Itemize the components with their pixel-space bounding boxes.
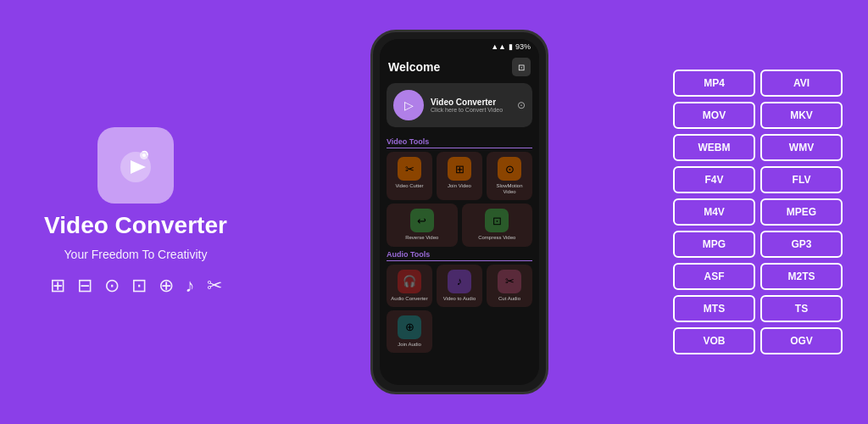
- battery-icon: ▮: [509, 42, 513, 51]
- feature-icons-row: ⊞ ⊟ ⊙ ⊡ ⊕ ♪ ✂: [50, 275, 222, 297]
- slow-motion-icon: ⊙: [498, 157, 521, 181]
- format-button-m2ts[interactable]: M2TS: [760, 263, 843, 290]
- screen-content: Video Tools ✂ Video Cutter ⊞ Join Video …: [380, 131, 539, 385]
- slow-motion-label: SlowMotion Video: [490, 183, 529, 195]
- phone-section: ▲▲ ▮ 93% Welcome ⊡ ▷ Video Converter Cli…: [246, 30, 673, 394]
- status-bar: ▲▲ ▮ 93%: [380, 39, 539, 54]
- phone-header-title: Welcome: [388, 60, 440, 74]
- video-tool-icon-3: ⊙: [104, 275, 120, 297]
- format-button-mpeg[interactable]: MPEG: [760, 198, 843, 226]
- vc-card[interactable]: ▷ Video Converter Click here to Convert …: [387, 83, 532, 127]
- app-title: Video Converter: [44, 212, 227, 239]
- left-section: Video Converter Your Freedom To Creativi…: [25, 127, 246, 297]
- format-button-f4v[interactable]: F4V: [673, 166, 755, 193]
- video-to-audio-label: Video to Audio: [443, 296, 476, 302]
- tool-compress-video[interactable]: ⊡ Compress Video: [462, 204, 533, 246]
- audio-tools-row1: 🎧 Audio Converter ♪ Video to Audio ✂ Cut…: [387, 265, 532, 307]
- format-button-webm[interactable]: WEBM: [673, 134, 755, 161]
- cut-tool-icon: ✂: [207, 275, 222, 297]
- format-button-flv[interactable]: FLV: [760, 166, 843, 193]
- video-tool-icon-2: ⊟: [77, 275, 92, 297]
- vc-card-title: Video Converter: [431, 98, 510, 107]
- phone-frame: ▲▲ ▮ 93% Welcome ⊡ ▷ Video Converter Cli…: [370, 30, 548, 394]
- compress-video-icon: ⊡: [485, 209, 509, 232]
- phone-screen: ▲▲ ▮ 93% Welcome ⊡ ▷ Video Converter Cli…: [380, 39, 539, 385]
- format-button-avi[interactable]: AVI: [760, 70, 843, 97]
- video-cutter-label: Video Cutter: [395, 183, 423, 189]
- audio-converter-label: Audio Converter: [391, 296, 427, 302]
- format-buttons-grid: MP4AVIMOVMKVWEBMWMVF4VFLVM4VMPEGMPGGP3AS…: [673, 70, 843, 354]
- format-button-mp4[interactable]: MP4: [673, 70, 755, 97]
- format-button-mpg[interactable]: MPG: [673, 231, 755, 258]
- wifi-icon: ▲▲: [491, 42, 506, 51]
- format-button-mkv[interactable]: MKV: [760, 102, 843, 129]
- vc-card-arrow: ⊙: [517, 99, 526, 111]
- vc-icon-symbol: ▷: [404, 98, 414, 112]
- format-button-wmv[interactable]: WMV: [760, 134, 843, 161]
- video-tool-icon-4: ⊡: [131, 275, 147, 297]
- audio-tools-row2: ⊕ Join Audio: [387, 310, 532, 353]
- audio-tools-section-title: Audio Tools: [387, 250, 532, 261]
- video-tools-row1: ✂ Video Cutter ⊞ Join Video ⊙ SlowMotion…: [387, 152, 532, 200]
- video-tool-icon-5: ⊕: [159, 275, 174, 297]
- tool-video-to-audio[interactable]: ♪ Video to Audio: [437, 265, 482, 307]
- join-video-label: Join Video: [448, 183, 471, 189]
- format-button-ts[interactable]: TS: [760, 295, 843, 322]
- format-button-mts[interactable]: MTS: [673, 295, 755, 322]
- video-tools-section-title: Video Tools: [387, 137, 532, 148]
- cut-audio-label: Cut Audio: [498, 296, 520, 302]
- battery-percent: 93%: [515, 42, 531, 51]
- app-subtitle: Your Freedom To Creativity: [64, 248, 208, 261]
- audio-tool-icon: ♪: [186, 275, 195, 297]
- format-button-asf[interactable]: ASF: [673, 263, 755, 290]
- video-cutter-icon: ✂: [398, 157, 421, 181]
- format-button-gp3[interactable]: GP3: [760, 231, 843, 258]
- vc-card-subtitle: Click here to Convert Video: [431, 107, 510, 113]
- compress-video-label: Compress Video: [478, 235, 515, 241]
- tool-slow-motion[interactable]: ⊙ SlowMotion Video: [487, 152, 532, 200]
- svg-point-3: [142, 153, 146, 157]
- tool-cut-audio[interactable]: ✂ Cut Audio: [487, 265, 532, 307]
- header-action-button[interactable]: ⊡: [512, 58, 531, 76]
- tool-video-cutter[interactable]: ✂ Video Cutter: [387, 152, 432, 200]
- format-button-vob[interactable]: VOB: [673, 327, 755, 354]
- reverse-video-icon: ↩: [410, 209, 434, 232]
- reverse-video-label: Reverse Video: [405, 235, 438, 241]
- header-icon-symbol: ⊡: [518, 63, 525, 72]
- tool-join-video[interactable]: ⊞ Join Video: [437, 152, 482, 200]
- cut-audio-icon: ✂: [498, 270, 521, 293]
- video-tools-row2: ↩ Reverse Video ⊡ Compress Video: [387, 204, 532, 246]
- format-button-mov[interactable]: MOV: [673, 102, 755, 129]
- tool-reverse-video[interactable]: ↩ Reverse Video: [387, 204, 458, 246]
- phone-header: Welcome ⊡: [380, 54, 539, 80]
- video-to-audio-icon: ♪: [448, 270, 471, 293]
- vc-card-text: Video Converter Click here to Convert Vi…: [431, 98, 510, 113]
- tool-audio-converter[interactable]: 🎧 Audio Converter: [387, 265, 432, 307]
- format-button-m4v[interactable]: M4V: [673, 198, 755, 226]
- app-icon: [97, 127, 174, 204]
- join-audio-icon: ⊕: [398, 315, 421, 339]
- join-audio-label: Join Audio: [398, 342, 421, 348]
- tool-join-audio[interactable]: ⊕ Join Audio: [387, 310, 432, 353]
- vc-card-icon: ▷: [393, 90, 424, 120]
- format-button-ogv[interactable]: OGV: [760, 327, 843, 354]
- video-tool-icon-1: ⊞: [50, 275, 65, 297]
- join-video-icon: ⊞: [448, 157, 471, 181]
- audio-converter-icon: 🎧: [398, 270, 421, 293]
